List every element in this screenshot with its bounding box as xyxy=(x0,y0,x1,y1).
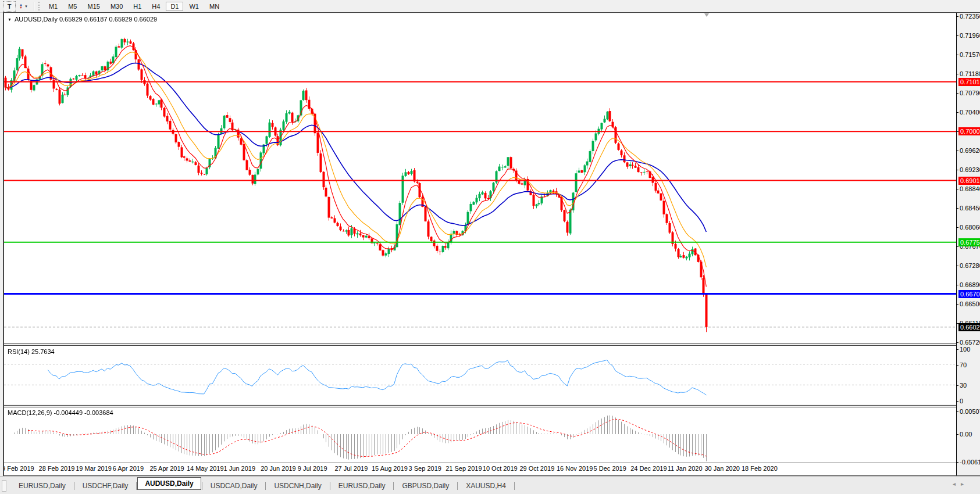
date-label: 25 Apr 2019 xyxy=(149,465,184,472)
rsi-axis-tick: 30 xyxy=(957,381,967,389)
date-label: 24 Dec 2019 xyxy=(630,465,667,472)
date-label: 3 Sep 2019 xyxy=(409,465,441,472)
tab-eurusd-daily[interactable]: EURUSD,Daily xyxy=(11,480,73,492)
tab-xauusd-h4[interactable]: XAUUSD,H4 xyxy=(458,480,514,492)
tab-scroll-right-icon[interactable]: ▸ xyxy=(961,481,969,487)
timeframe-button-M1[interactable]: M1 xyxy=(44,2,62,11)
tab-bar-notch xyxy=(2,480,6,492)
chart-tab-bar: EURUSD,DailyUSDCHF,DailyAUDUSD,DailyUSDC… xyxy=(0,477,980,494)
macd-axis-tick: 0.005076 xyxy=(957,407,980,416)
tab-audusd-daily[interactable]: AUDUSD,Daily xyxy=(137,477,201,490)
price-line-label: 0.71016 xyxy=(958,78,980,86)
timeframe-button-M15[interactable]: M15 xyxy=(83,2,104,11)
price-axis-tick: 0.68060 xyxy=(957,223,980,231)
price-line-label: 0.67754 xyxy=(958,238,980,246)
date-label: 28 Feb 2019 xyxy=(39,465,75,472)
tab-usdchf-daily[interactable]: USDCHF,Daily xyxy=(75,480,136,492)
tabs-row: EURUSD,DailyUSDCHF,DailyAUDUSD,DailyUSDC… xyxy=(11,479,515,492)
price-axis-tick: 0.71180 xyxy=(957,70,980,78)
tab-usdcnh-daily[interactable]: USDCNH,Daily xyxy=(266,480,329,492)
date-label: 18 Feb 2020 xyxy=(742,465,778,472)
timeframe-button-H1[interactable]: H1 xyxy=(129,2,146,11)
date-label: 9 Feb 2019 xyxy=(4,465,34,472)
macd-axis-tick: 0.00 xyxy=(957,430,972,438)
tab-separator xyxy=(202,482,202,490)
tab-separator xyxy=(330,482,330,490)
price-axis-tick: 0.67280 xyxy=(957,262,980,270)
date-label: 27 Jul 2019 xyxy=(334,465,368,472)
rsi-indicator-canvas[interactable] xyxy=(4,346,956,404)
panel-divider[interactable] xyxy=(4,405,956,406)
timeframe-button-D1[interactable]: D1 xyxy=(166,2,183,11)
macd-indicator-canvas[interactable] xyxy=(4,407,956,463)
timeframe-button-group: M1M5M15M30H1H4D1W1MN xyxy=(44,2,224,11)
tab-separator xyxy=(74,482,74,490)
date-label: 15 Aug 2019 xyxy=(372,465,408,472)
chart-title: ▼AUDUSD,Daily 0.65929 0.66187 0.65929 0.… xyxy=(8,16,157,23)
price-axis-tick: 0.69230 xyxy=(957,166,980,174)
arrows-tool-icon: ▲▼ xyxy=(19,3,23,9)
tool-dropdown-button[interactable]: ▲▼ ▼ xyxy=(18,2,29,11)
date-label: 21 Sep 2019 xyxy=(446,465,482,472)
top-toolbar: T ▲▼ ▼ M1M5M15M30H1H4D1W1MN xyxy=(0,0,980,13)
date-label: 29 Oct 2019 xyxy=(519,465,554,472)
mt4-window: T ▲▼ ▼ M1M5M15M30H1H4D1W1MN ▼AUDUSD,Dail… xyxy=(0,0,980,494)
date-label: 10 Oct 2019 xyxy=(483,465,518,472)
rsi-axis-tick: 100 xyxy=(957,345,970,353)
price-chart-canvas[interactable] xyxy=(4,13,956,343)
timeframe-button-H4[interactable]: H4 xyxy=(147,2,165,11)
date-label: 14 May 2019 xyxy=(187,465,224,472)
chart-frame-top xyxy=(3,12,980,13)
chart-shift-marker[interactable] xyxy=(704,13,709,17)
price-line-label: 0.69010 xyxy=(958,177,980,185)
tab-separator xyxy=(136,482,137,490)
date-label: 6 Apr 2019 xyxy=(113,465,144,472)
timeframe-button-MN[interactable]: MN xyxy=(205,2,224,11)
price-axis-tick: 0.69620 xyxy=(957,146,980,155)
rsi-axis-tick: 0 xyxy=(957,397,963,405)
rsi-axis-tick: 70 xyxy=(957,361,967,369)
text-tool-button[interactable]: T xyxy=(3,1,16,12)
price-axis-tick: 0.71960 xyxy=(957,31,980,40)
date-label: 19 Mar 2019 xyxy=(76,465,112,472)
date-label: 1 Jun 2019 xyxy=(224,465,255,472)
dropdown-caret-icon: ▼ xyxy=(24,5,28,8)
price-axis[interactable]: 0.723500.719600.715700.711800.707900.704… xyxy=(957,13,980,475)
price-axis-tick: 0.66890 xyxy=(957,281,980,289)
panel-divider[interactable] xyxy=(4,343,956,344)
toolbar-separator xyxy=(34,2,35,11)
tab-eurusd-daily[interactable]: EURUSD,Daily xyxy=(331,480,393,492)
date-label: 9 Jul 2019 xyxy=(298,465,327,472)
macd-label: MACD(12,26,9) -0.004449 -0.003684 xyxy=(8,409,113,416)
timeframe-button-W1[interactable]: W1 xyxy=(184,2,204,11)
date-label: 16 Nov 2019 xyxy=(557,465,593,472)
price-line-label: 0.66706 xyxy=(958,290,980,298)
price-line-label: 0.70007 xyxy=(958,127,980,135)
price-line-label: 0.66029 xyxy=(958,323,980,331)
price-axis-tick: 0.71570 xyxy=(957,51,980,59)
date-label: 30 Jan 2020 xyxy=(704,465,740,472)
tab-scroll-arrows: ◂▸ xyxy=(953,481,969,487)
tab-gbpusd-daily[interactable]: GBPUSD,Daily xyxy=(394,480,457,492)
price-axis-tick: 0.70790 xyxy=(957,89,980,97)
date-axis[interactable]: 9 Feb 201928 Feb 201919 Mar 20196 Apr 20… xyxy=(4,463,956,475)
chart-title-text: AUDUSD,Daily 0.65929 0.66187 0.65929 0.6… xyxy=(15,16,157,23)
toolbar-grip[interactable] xyxy=(38,2,41,10)
tab-separator xyxy=(457,482,458,490)
macd-axis-tick: -0.006148 xyxy=(957,458,980,466)
date-label: 11 Jan 2020 xyxy=(668,465,703,472)
collapse-triangle-icon[interactable]: ▼ xyxy=(8,17,12,22)
price-axis-tick: 0.72350 xyxy=(957,12,980,20)
date-label: 20 Jun 2019 xyxy=(261,465,296,472)
tab-separator xyxy=(514,482,515,490)
tab-separator xyxy=(393,482,394,490)
tab-usdcad-daily[interactable]: USDCAD,Daily xyxy=(203,480,265,492)
date-label: 5 Dec 2019 xyxy=(594,465,626,472)
price-axis-tick: 0.66500 xyxy=(957,300,980,308)
timeframe-button-M30[interactable]: M30 xyxy=(106,2,127,11)
tab-separator xyxy=(265,482,266,490)
price-axis-tick: 0.68450 xyxy=(957,204,980,212)
timeframe-button-M5[interactable]: M5 xyxy=(63,2,81,11)
chart-frame-bottom xyxy=(3,475,980,476)
tab-scroll-left-icon[interactable]: ◂ xyxy=(953,481,961,487)
